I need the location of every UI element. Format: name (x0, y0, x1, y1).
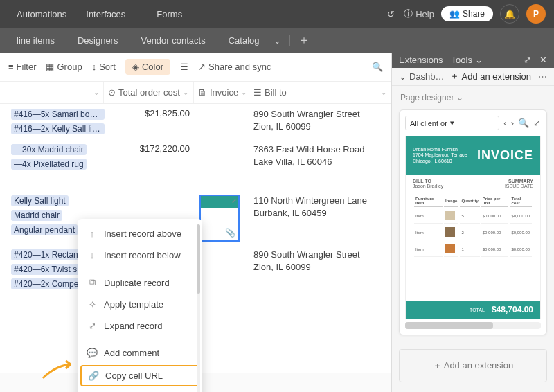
add-extension-cta[interactable]: ＋ Add an extension (399, 349, 547, 382)
column-headers: ⌄ ⊙Total order cost⌄ 🗎Invoice⌄ ☰Bill to⌄ (0, 82, 391, 104)
cell-address[interactable]: 7863 East Wild Horse RoadLake Villa, IL … (249, 142, 391, 170)
invoice-attachment[interactable]: ⤢ 📎 (199, 195, 240, 242)
extensions-tab[interactable]: Extensions (399, 55, 443, 65)
column-header-total-cost[interactable]: ⊙Total order cost⌄ (104, 82, 194, 103)
filter-button[interactable]: ≡Filter (8, 62, 36, 72)
extensions-toolbar: ⌄Dashb… ＋Add an extension ⋯ (392, 68, 554, 86)
arrow-down-icon: ↓ (87, 250, 97, 260)
tab-catalog[interactable]: Catalog (220, 31, 268, 50)
tabs-more-icon[interactable]: ⌄ (268, 33, 287, 48)
cell-cost[interactable]: $172,220.00 (104, 142, 194, 155)
history-icon[interactable]: ↺ (384, 8, 397, 20)
column-header-invoice[interactable]: 🗎Invoice⌄ (194, 82, 249, 103)
row-height-icon: ☰ (180, 62, 188, 72)
share-icon: ↗ (198, 62, 206, 72)
menu-insert-below[interactable]: ↓Insert record below (78, 244, 202, 266)
sort-button[interactable]: ↕Sort (92, 62, 116, 72)
filter-label: Filter (17, 62, 37, 72)
share-sync-button[interactable]: ↗Share and sync (198, 62, 271, 72)
menu-insert-above[interactable]: ↑Insert record above (78, 223, 202, 244)
notifications-button[interactable]: 🔔 (500, 4, 519, 24)
bill-to-label: BILL TO (413, 179, 443, 184)
nav-interfaces[interactable]: Interfaces (78, 5, 134, 24)
menu-add-comment[interactable]: 💬Add comment (78, 342, 202, 364)
linked-record-pill[interactable]: —4x Pixellated rug (11, 159, 87, 170)
color-button[interactable]: ◈Color (125, 59, 170, 75)
menu-duplicate[interactable]: ⧉Duplicate record (78, 271, 202, 294)
nav-forms[interactable]: Forms (148, 5, 190, 24)
issue-date-label: ISSUE DATE (505, 184, 533, 188)
close-panel-icon[interactable]: ✕ (539, 55, 547, 65)
menu-copy-cell-url[interactable]: 🔗Copy cell URL (80, 365, 199, 386)
total-label: TOTAL (470, 308, 485, 312)
search-button[interactable]: 🔍 (372, 62, 383, 72)
menu-expand-record[interactable]: ⤢Expand record (78, 315, 202, 337)
cell-address[interactable]: 110 North Wintergreen LaneBurbank, IL 60… (249, 193, 391, 221)
dashboard-dropdown[interactable]: ⌄Dashb… (399, 71, 443, 82)
linked-record-pill[interactable]: Angular pendant (11, 224, 78, 235)
column-header-items[interactable]: ⌄ (7, 82, 104, 103)
filter-icon: ≡ (8, 62, 14, 72)
tab-vendor-contacts[interactable]: Vendor contacts (132, 31, 213, 50)
linked-record-pill[interactable]: Madrid chair (11, 210, 62, 221)
menu-apply-template[interactable]: ✧Apply template (78, 294, 202, 315)
arrow-up-icon: ↑ (87, 229, 97, 239)
cell-address[interactable]: 890 South Wrangler StreetZion, IL 60099 (249, 247, 391, 275)
divider (129, 35, 129, 46)
sort-icon: ↕ (92, 62, 97, 72)
expand-icon[interactable]: ⤢ (231, 197, 237, 204)
color-label: Color (142, 62, 163, 72)
column-header-bill-to[interactable]: ☰Bill to⌄ (249, 82, 391, 103)
linked-record-pill[interactable]: —30x Madrid chair (11, 144, 87, 155)
copy-icon: ⧉ (87, 277, 97, 288)
page-designer-card: All client or▾ ‹ › 🔍 ⤢ Urban Home Furnis… (399, 109, 547, 335)
linked-record-pill[interactable]: #416—5x Samari bookshelf (11, 109, 105, 120)
scrollbar-thumb[interactable] (197, 224, 200, 294)
expand-panel-icon[interactable]: ⤢ (524, 55, 531, 65)
fullscreen-icon[interactable]: ⤢ (533, 118, 541, 128)
linked-record-pill[interactable]: #416—2x Kelly Sall light (11, 123, 105, 134)
share-label: Share (463, 9, 485, 19)
prev-record-button[interactable]: ‹ (503, 118, 506, 128)
avatar[interactable]: P (526, 4, 546, 24)
table-row[interactable]: #416—5x Samari bookshelf#416—2x Kelly Sa… (0, 104, 391, 139)
template-icon: ✧ (87, 299, 97, 310)
col-billto-label: Bill to (265, 87, 287, 98)
cell-address[interactable]: 890 South Wrangler StreetZion, IL 60099 (249, 107, 391, 134)
invoice-preview[interactable]: Urban Home Furnish1704 Maplewood Terrace… (405, 136, 541, 319)
tools-dropdown[interactable]: Tools ⌄ (452, 55, 483, 65)
attachment-icon: 🗎 (198, 87, 207, 98)
linked-record-pill[interactable]: Kelly Sall light (11, 195, 69, 206)
horizontal-scrollbar[interactable] (405, 322, 541, 329)
group-button[interactable]: ▦Group (46, 62, 82, 72)
invoice-table: Furniture itemImageQuantityPrice per uni… (413, 194, 533, 258)
add-extension-button[interactable]: ＋Add an extension (450, 70, 531, 82)
tab-designers[interactable]: Designers (69, 31, 127, 50)
next-record-button[interactable]: › (511, 118, 514, 128)
group-label: Group (57, 62, 82, 72)
nav-automations[interactable]: Automations (8, 5, 75, 24)
scrollbar-thumb[interactable] (405, 322, 493, 329)
paperclip-icon: 📎 (225, 228, 235, 238)
invoice-company: Urban Home Furnish1704 Maplewood Terrace… (413, 147, 467, 164)
table-row[interactable]: —30x Madrid chair—4x Pixellated rug $172… (0, 139, 391, 190)
divider (141, 8, 141, 20)
cell-cost[interactable]: $21,825.00 (104, 107, 194, 120)
help-button[interactable]: ⓘHelp (404, 8, 434, 20)
group-icon: ▦ (46, 62, 54, 72)
share-button[interactable]: 👥Share (441, 6, 493, 21)
summary-label: SUMMARY (505, 179, 533, 184)
share-sync-label: Share and sync (208, 62, 271, 72)
add-table-button[interactable]: ＋ (293, 30, 315, 51)
currency-icon: ⊙ (108, 87, 116, 98)
menu-send-record[interactable]: ✉Send record (78, 388, 202, 392)
more-icon[interactable]: ⋯ (538, 71, 547, 82)
chevron-down-icon: ⌄ (93, 89, 99, 96)
zoom-icon[interactable]: 🔍 (518, 118, 529, 128)
page-designer-label[interactable]: Page designer⌄ (392, 86, 554, 105)
row-height-button[interactable]: ☰ (180, 62, 188, 72)
col-total-label: Total order cost (118, 87, 180, 98)
color-icon: ◈ (132, 62, 139, 72)
record-selector[interactable]: All client or▾ (405, 116, 499, 130)
tab-line-items[interactable]: line items (8, 31, 63, 50)
